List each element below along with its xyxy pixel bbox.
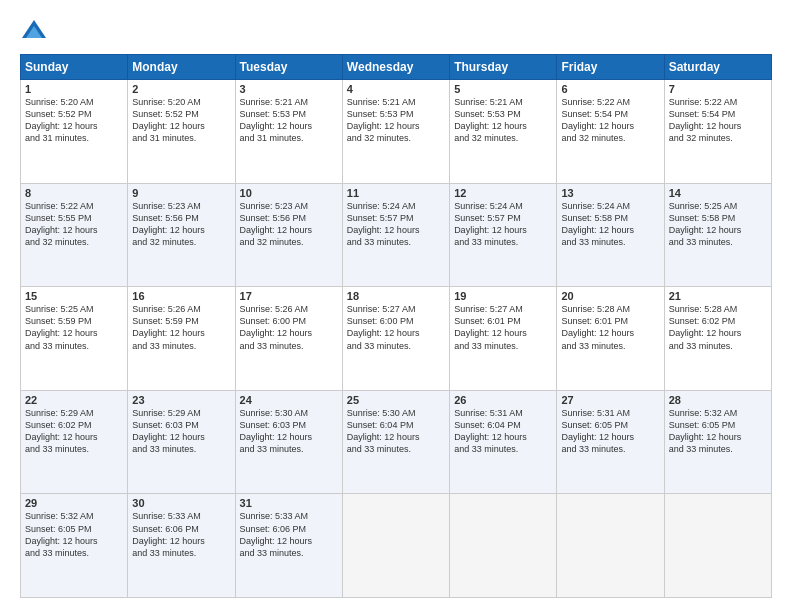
calendar-week-3: 15Sunrise: 5:25 AMSunset: 5:59 PMDayligh… xyxy=(21,287,772,391)
calendar-cell: 24Sunrise: 5:30 AMSunset: 6:03 PMDayligh… xyxy=(235,390,342,494)
calendar-cell: 8Sunrise: 5:22 AMSunset: 5:55 PMDaylight… xyxy=(21,183,128,287)
day-number: 2 xyxy=(132,83,230,95)
day-info: Sunrise: 5:23 AMSunset: 5:56 PMDaylight:… xyxy=(132,200,230,249)
calendar-cell: 7Sunrise: 5:22 AMSunset: 5:54 PMDaylight… xyxy=(664,80,771,184)
day-header-saturday: Saturday xyxy=(664,55,771,80)
day-info: Sunrise: 5:32 AMSunset: 6:05 PMDaylight:… xyxy=(25,510,123,559)
day-info: Sunrise: 5:24 AMSunset: 5:57 PMDaylight:… xyxy=(454,200,552,249)
day-info: Sunrise: 5:26 AMSunset: 5:59 PMDaylight:… xyxy=(132,303,230,352)
calendar-header-row: SundayMondayTuesdayWednesdayThursdayFrid… xyxy=(21,55,772,80)
calendar-week-2: 8Sunrise: 5:22 AMSunset: 5:55 PMDaylight… xyxy=(21,183,772,287)
calendar-cell: 18Sunrise: 5:27 AMSunset: 6:00 PMDayligh… xyxy=(342,287,449,391)
day-info: Sunrise: 5:22 AMSunset: 5:54 PMDaylight:… xyxy=(561,96,659,145)
day-info: Sunrise: 5:28 AMSunset: 6:01 PMDaylight:… xyxy=(561,303,659,352)
day-number: 24 xyxy=(240,394,338,406)
day-number: 27 xyxy=(561,394,659,406)
day-info: Sunrise: 5:31 AMSunset: 6:05 PMDaylight:… xyxy=(561,407,659,456)
calendar-cell: 19Sunrise: 5:27 AMSunset: 6:01 PMDayligh… xyxy=(450,287,557,391)
calendar-cell: 17Sunrise: 5:26 AMSunset: 6:00 PMDayligh… xyxy=(235,287,342,391)
day-header-friday: Friday xyxy=(557,55,664,80)
day-info: Sunrise: 5:33 AMSunset: 6:06 PMDaylight:… xyxy=(132,510,230,559)
calendar-cell: 23Sunrise: 5:29 AMSunset: 6:03 PMDayligh… xyxy=(128,390,235,494)
calendar-cell xyxy=(450,494,557,598)
day-number: 9 xyxy=(132,187,230,199)
day-number: 5 xyxy=(454,83,552,95)
calendar-cell: 31Sunrise: 5:33 AMSunset: 6:06 PMDayligh… xyxy=(235,494,342,598)
day-number: 19 xyxy=(454,290,552,302)
calendar-cell: 29Sunrise: 5:32 AMSunset: 6:05 PMDayligh… xyxy=(21,494,128,598)
day-number: 22 xyxy=(25,394,123,406)
calendar-cell: 21Sunrise: 5:28 AMSunset: 6:02 PMDayligh… xyxy=(664,287,771,391)
day-info: Sunrise: 5:20 AMSunset: 5:52 PMDaylight:… xyxy=(25,96,123,145)
calendar-cell: 30Sunrise: 5:33 AMSunset: 6:06 PMDayligh… xyxy=(128,494,235,598)
logo-icon xyxy=(20,18,48,46)
calendar-cell: 26Sunrise: 5:31 AMSunset: 6:04 PMDayligh… xyxy=(450,390,557,494)
calendar-cell: 14Sunrise: 5:25 AMSunset: 5:58 PMDayligh… xyxy=(664,183,771,287)
page: SundayMondayTuesdayWednesdayThursdayFrid… xyxy=(0,0,792,612)
day-info: Sunrise: 5:24 AMSunset: 5:58 PMDaylight:… xyxy=(561,200,659,249)
day-info: Sunrise: 5:27 AMSunset: 6:00 PMDaylight:… xyxy=(347,303,445,352)
day-header-tuesday: Tuesday xyxy=(235,55,342,80)
day-info: Sunrise: 5:30 AMSunset: 6:03 PMDaylight:… xyxy=(240,407,338,456)
day-number: 1 xyxy=(25,83,123,95)
day-info: Sunrise: 5:29 AMSunset: 6:03 PMDaylight:… xyxy=(132,407,230,456)
day-number: 30 xyxy=(132,497,230,509)
day-number: 23 xyxy=(132,394,230,406)
day-info: Sunrise: 5:33 AMSunset: 6:06 PMDaylight:… xyxy=(240,510,338,559)
day-number: 20 xyxy=(561,290,659,302)
calendar-cell: 10Sunrise: 5:23 AMSunset: 5:56 PMDayligh… xyxy=(235,183,342,287)
day-header-monday: Monday xyxy=(128,55,235,80)
day-number: 6 xyxy=(561,83,659,95)
day-info: Sunrise: 5:21 AMSunset: 5:53 PMDaylight:… xyxy=(240,96,338,145)
calendar-cell: 12Sunrise: 5:24 AMSunset: 5:57 PMDayligh… xyxy=(450,183,557,287)
day-header-thursday: Thursday xyxy=(450,55,557,80)
calendar-cell: 4Sunrise: 5:21 AMSunset: 5:53 PMDaylight… xyxy=(342,80,449,184)
calendar-cell: 22Sunrise: 5:29 AMSunset: 6:02 PMDayligh… xyxy=(21,390,128,494)
calendar-week-4: 22Sunrise: 5:29 AMSunset: 6:02 PMDayligh… xyxy=(21,390,772,494)
calendar-cell xyxy=(664,494,771,598)
day-number: 28 xyxy=(669,394,767,406)
header xyxy=(20,18,772,46)
calendar-cell: 28Sunrise: 5:32 AMSunset: 6:05 PMDayligh… xyxy=(664,390,771,494)
calendar-table: SundayMondayTuesdayWednesdayThursdayFrid… xyxy=(20,54,772,598)
calendar-cell: 16Sunrise: 5:26 AMSunset: 5:59 PMDayligh… xyxy=(128,287,235,391)
day-info: Sunrise: 5:26 AMSunset: 6:00 PMDaylight:… xyxy=(240,303,338,352)
day-info: Sunrise: 5:23 AMSunset: 5:56 PMDaylight:… xyxy=(240,200,338,249)
calendar-cell xyxy=(342,494,449,598)
day-number: 3 xyxy=(240,83,338,95)
calendar-week-1: 1Sunrise: 5:20 AMSunset: 5:52 PMDaylight… xyxy=(21,80,772,184)
day-number: 4 xyxy=(347,83,445,95)
day-info: Sunrise: 5:30 AMSunset: 6:04 PMDaylight:… xyxy=(347,407,445,456)
day-number: 21 xyxy=(669,290,767,302)
calendar-cell: 2Sunrise: 5:20 AMSunset: 5:52 PMDaylight… xyxy=(128,80,235,184)
day-info: Sunrise: 5:24 AMSunset: 5:57 PMDaylight:… xyxy=(347,200,445,249)
day-number: 15 xyxy=(25,290,123,302)
day-info: Sunrise: 5:21 AMSunset: 5:53 PMDaylight:… xyxy=(347,96,445,145)
day-number: 10 xyxy=(240,187,338,199)
day-number: 16 xyxy=(132,290,230,302)
calendar-cell: 25Sunrise: 5:30 AMSunset: 6:04 PMDayligh… xyxy=(342,390,449,494)
day-number: 13 xyxy=(561,187,659,199)
day-number: 11 xyxy=(347,187,445,199)
day-info: Sunrise: 5:25 AMSunset: 5:59 PMDaylight:… xyxy=(25,303,123,352)
calendar-cell: 3Sunrise: 5:21 AMSunset: 5:53 PMDaylight… xyxy=(235,80,342,184)
day-header-wednesday: Wednesday xyxy=(342,55,449,80)
calendar-cell: 13Sunrise: 5:24 AMSunset: 5:58 PMDayligh… xyxy=(557,183,664,287)
day-header-sunday: Sunday xyxy=(21,55,128,80)
calendar-cell: 5Sunrise: 5:21 AMSunset: 5:53 PMDaylight… xyxy=(450,80,557,184)
calendar-cell: 20Sunrise: 5:28 AMSunset: 6:01 PMDayligh… xyxy=(557,287,664,391)
calendar-cell: 27Sunrise: 5:31 AMSunset: 6:05 PMDayligh… xyxy=(557,390,664,494)
calendar-cell: 1Sunrise: 5:20 AMSunset: 5:52 PMDaylight… xyxy=(21,80,128,184)
calendar-cell xyxy=(557,494,664,598)
day-info: Sunrise: 5:32 AMSunset: 6:05 PMDaylight:… xyxy=(669,407,767,456)
calendar-week-5: 29Sunrise: 5:32 AMSunset: 6:05 PMDayligh… xyxy=(21,494,772,598)
day-number: 7 xyxy=(669,83,767,95)
day-info: Sunrise: 5:21 AMSunset: 5:53 PMDaylight:… xyxy=(454,96,552,145)
day-info: Sunrise: 5:25 AMSunset: 5:58 PMDaylight:… xyxy=(669,200,767,249)
day-number: 14 xyxy=(669,187,767,199)
day-info: Sunrise: 5:28 AMSunset: 6:02 PMDaylight:… xyxy=(669,303,767,352)
day-number: 18 xyxy=(347,290,445,302)
calendar-cell: 6Sunrise: 5:22 AMSunset: 5:54 PMDaylight… xyxy=(557,80,664,184)
day-number: 29 xyxy=(25,497,123,509)
logo xyxy=(20,18,52,46)
